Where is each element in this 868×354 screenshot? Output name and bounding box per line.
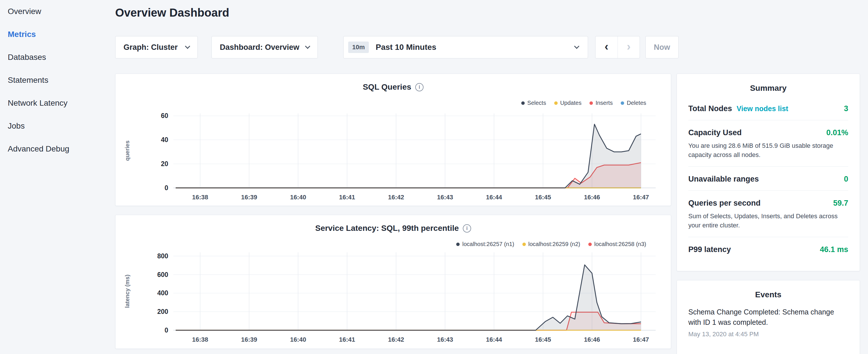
legend-item-localhost-26258-n3-[interactable]: localhost:26258 (n3) [588, 241, 646, 248]
summary-row: Capacity Used0.01%You are using 28.6 MiB… [688, 120, 848, 167]
sidebar-item-overview[interactable]: Overview [0, 0, 115, 23]
time-range-badge: 10m [348, 41, 369, 53]
time-range-dropdown[interactable]: 10m Past 10 Minutes [343, 36, 588, 58]
time-step-buttons: ‹ › [595, 36, 640, 58]
chart-title: SQL Queries i [116, 83, 671, 92]
chart-title-text: SQL Queries [363, 83, 411, 92]
legend-label: Deletes [627, 100, 646, 106]
chevron-down-icon [185, 43, 190, 49]
svg-text:200: 200 [157, 308, 168, 315]
app: OverviewMetricsDatabasesStatementsNetwor… [0, 0, 868, 354]
dashboard-dropdown-label: Dashboard: Overview [220, 43, 300, 52]
svg-text:16:44: 16:44 [486, 194, 502, 201]
svg-text:600: 600 [157, 271, 168, 279]
svg-text:60: 60 [161, 112, 168, 120]
events-list: Schema Change Completed: Schema change w… [688, 303, 848, 338]
svg-text:20: 20 [161, 160, 168, 167]
legend-label: Selects [527, 100, 546, 106]
legend-item-inserts[interactable]: Inserts [589, 100, 613, 106]
main-content: Overview Dashboard Graph: Cluster Dashbo… [115, 0, 671, 354]
event-timestamp: May 13, 2020 at 4:45 PM [688, 330, 848, 338]
time-back-button[interactable]: ‹ [595, 36, 618, 58]
svg-text:16:40: 16:40 [290, 336, 306, 343]
summary-row: Unavailable ranges0 [688, 167, 848, 191]
legend-dot-icon [521, 101, 525, 105]
legend-item-localhost-26257-n1-[interactable]: localhost:26257 (n1) [456, 241, 514, 248]
svg-text:16:45: 16:45 [535, 194, 551, 201]
legend-label: localhost:26259 (n2) [528, 241, 580, 248]
summary-value: 0 [844, 175, 848, 184]
legend-label: localhost:26257 (n1) [462, 241, 514, 248]
legend-label: Updates [560, 100, 582, 106]
summary-row: Queries per second59.7Sum of Selects, Up… [688, 191, 848, 237]
summary-label: Queries per second [688, 199, 761, 207]
summary-row: P99 latency46.1 ms [688, 237, 848, 261]
legend-dot-icon [588, 243, 592, 246]
svg-text:latency (ms): latency (ms) [124, 275, 130, 308]
event-message: Schema Change Completed: Schema change w… [688, 307, 848, 328]
summary-value: 46.1 ms [820, 245, 848, 254]
sidebar-item-databases[interactable]: Databases [0, 46, 115, 69]
svg-text:16:38: 16:38 [192, 336, 208, 343]
svg-text:16:42: 16:42 [388, 194, 404, 201]
graph-dropdown[interactable]: Graph: Cluster [115, 36, 198, 58]
legend-item-deletes[interactable]: Deletes [621, 100, 646, 106]
sidebar-item-advanced-debug[interactable]: Advanced Debug [0, 137, 115, 160]
summary-description: Sum of Selects, Updates, Inserts, and De… [688, 212, 848, 230]
svg-text:16:46: 16:46 [584, 336, 600, 343]
sidebar-item-statements[interactable]: Statements [0, 69, 115, 92]
chevron-down-icon [574, 43, 579, 49]
summary-label: Capacity Used [688, 128, 742, 137]
svg-text:16:43: 16:43 [437, 336, 453, 343]
svg-text:16:42: 16:42 [388, 336, 404, 343]
summary-label: Total Nodes [688, 104, 732, 113]
event-item[interactable]: Schema Change Completed: Schema change w… [688, 303, 848, 338]
sql-queries-panel: SQL Queries i SelectsUpdatesInsertsDelet… [115, 74, 671, 206]
chevron-down-icon [305, 43, 310, 49]
svg-text:800: 800 [157, 252, 168, 260]
info-icon[interactable]: i [415, 83, 424, 91]
summary-heading: Summary [688, 74, 848, 96]
summary-value: 0.01% [826, 128, 848, 137]
sidebar-item-network-latency[interactable]: Network Latency [0, 92, 115, 115]
legend-label: localhost:26258 (n3) [594, 241, 646, 248]
svg-text:queries: queries [124, 140, 130, 161]
summary-value: 3 [844, 104, 848, 113]
legend-item-localhost-26259-n2-[interactable]: localhost:26259 (n2) [522, 241, 580, 248]
page-title: Overview Dashboard [115, 6, 229, 19]
chart-title-text: Service Latency: SQL, 99th percentile [315, 224, 459, 233]
dashboard-dropdown[interactable]: Dashboard: Overview [212, 36, 318, 58]
graph-dropdown-label: Graph: Cluster [124, 43, 178, 52]
chart-legend: SelectsUpdatesInsertsDeletes [521, 100, 646, 106]
legend-item-updates[interactable]: Updates [554, 100, 582, 106]
svg-text:400: 400 [157, 289, 168, 297]
legend-dot-icon [554, 101, 558, 105]
summary-label: P99 latency [688, 245, 731, 254]
time-forward-button[interactable]: › [618, 36, 640, 58]
sidebar-item-jobs[interactable]: Jobs [0, 115, 115, 137]
chart-title: Service Latency: SQL, 99th percentile i [116, 224, 671, 233]
legend-dot-icon [589, 101, 593, 105]
service-latency-chart[interactable]: 16:3816:3916:4016:4116:4216:4316:4416:45… [116, 250, 672, 350]
legend-dot-icon [621, 101, 624, 105]
legend-item-selects[interactable]: Selects [521, 100, 546, 106]
now-button[interactable]: Now [645, 36, 679, 58]
svg-text:16:39: 16:39 [241, 336, 257, 343]
sql-queries-chart[interactable]: 16:3816:3916:4016:4116:4216:4316:4416:45… [116, 108, 672, 206]
time-range-label: Past 10 Minutes [376, 43, 436, 52]
svg-text:16:41: 16:41 [339, 194, 355, 201]
svg-text:16:39: 16:39 [241, 194, 257, 201]
svg-text:16:47: 16:47 [633, 336, 649, 343]
info-icon[interactable]: i [463, 224, 471, 232]
summary-rows: Total NodesView nodes list3Capacity Used… [688, 96, 848, 261]
legend-label: Inserts [595, 100, 613, 106]
service-latency-panel: Service Latency: SQL, 99th percentile i … [115, 215, 671, 349]
svg-text:16:45: 16:45 [535, 336, 551, 343]
sidebar-item-metrics[interactable]: Metrics [0, 23, 115, 46]
events-heading: Events [688, 280, 848, 303]
summary-row: Total NodesView nodes list3 [688, 96, 848, 120]
summary-value: 59.7 [833, 199, 848, 207]
svg-text:40: 40 [161, 136, 168, 143]
view-nodes-list-link[interactable]: View nodes list [737, 104, 788, 112]
chart-legend: localhost:26257 (n1)localhost:26259 (n2)… [456, 241, 646, 248]
